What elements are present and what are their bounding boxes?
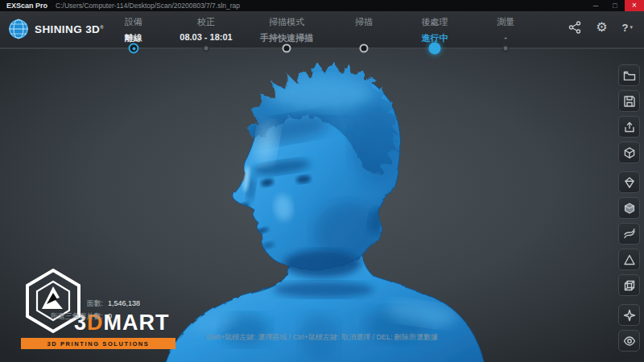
mouse-hint-text: Shift+鼠標左鍵: 選擇區域 / Ctrl+鼠標左鍵: 取消選擇 / DEL… [206, 332, 438, 343]
gear-icon[interactable]: ⚙ [596, 21, 607, 34]
visibility-button[interactable] [618, 330, 640, 352]
file-tool-group [618, 64, 640, 163]
help-glyph: ? [622, 22, 629, 34]
node-postprocess[interactable] [429, 43, 441, 55]
node-device[interactable] [129, 43, 139, 54]
faces-stat: 面數: 1,546,138 [29, 298, 140, 309]
step-value: - [445, 32, 566, 42]
simplify-triangle-button[interactable] [618, 249, 640, 270]
edit-tool-group [618, 171, 640, 296]
3dmart-tagline: 3D PRINTING SOLUTIONS [21, 338, 175, 349]
node-scan[interactable] [360, 44, 369, 53]
header-bar: SHINING 3D® 設備 離線 校正 08.03 - 18:01 掃描模式 … [0, 11, 644, 48]
node-scan-mode[interactable] [283, 44, 291, 53]
cube-icon [623, 146, 636, 159]
wireframe-cube-icon [623, 279, 636, 292]
model-view-button[interactable] [618, 142, 640, 163]
sparkle-icon [623, 309, 636, 322]
faces-value: 1,546,138 [108, 299, 140, 307]
triangle-icon [623, 253, 636, 266]
chevron-down-icon: ▾ [630, 24, 633, 31]
node-calibration[interactable] [203, 45, 210, 52]
mesh-stats: 面數: 1,546,138 所選三角形片數: 0 [29, 296, 140, 322]
save-file-button[interactable] [618, 90, 640, 112]
upload-icon [623, 121, 636, 134]
open-file-path: C:/Users/Computer-114/Desktop/Scan/20200… [56, 2, 240, 10]
selected-label: 所選三角形片數: [29, 311, 103, 322]
share-icon[interactable] [568, 21, 581, 34]
folder-icon [623, 69, 636, 82]
window-controls: ─ □ × [586, 0, 644, 11]
selected-stat: 所選三角形片數: 0 [29, 311, 140, 322]
side-toolbar [618, 64, 640, 352]
gem-icon [623, 176, 636, 189]
titlebar: EXScan Pro C:/Users/Computer-114/Desktop… [0, 0, 644, 11]
step-label: 測量 [445, 16, 566, 28]
save-icon [623, 95, 636, 108]
surface-fit-button[interactable] [618, 223, 640, 245]
surface-icon [623, 228, 636, 241]
faces-label: 面數: [29, 298, 103, 309]
export-model-button[interactable] [618, 116, 640, 138]
brightness-button[interactable] [618, 304, 640, 326]
close-button[interactable]: × [625, 0, 644, 11]
solid-cube-button[interactable] [618, 197, 640, 219]
maximize-button[interactable]: □ [605, 0, 625, 11]
node-measure[interactable] [502, 45, 510, 52]
help-icon[interactable]: ? ▾ [622, 22, 633, 34]
app-title: EXScan Pro [6, 2, 47, 10]
step-measure[interactable]: 測量 - [445, 16, 566, 42]
exscan-pro-window: EXScan Pro C:/Users/Computer-114/Desktop… [0, 0, 644, 362]
minimize-button[interactable]: ─ [586, 0, 605, 11]
eye-icon [623, 335, 636, 348]
open-project-button[interactable] [618, 64, 640, 86]
wireframe-view-button[interactable] [618, 274, 640, 296]
refine-mesh-button[interactable] [618, 171, 640, 193]
view-tool-group [618, 304, 640, 352]
selected-value: 0 [108, 312, 112, 320]
solid-cube-icon [623, 202, 636, 215]
workflow-track [0, 47, 644, 49]
shining3d-globe-icon [8, 19, 29, 39]
